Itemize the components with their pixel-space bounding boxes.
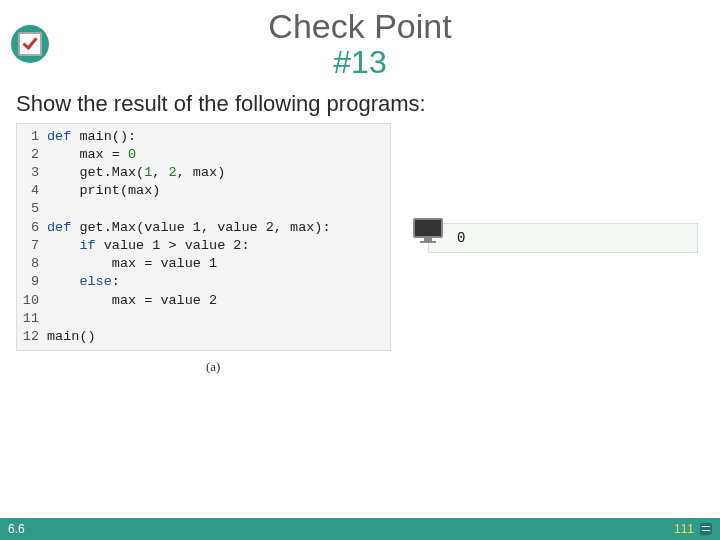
figure-label: (a) (206, 359, 720, 375)
code-block: 123456789101112 def main(): max = 0 get.… (16, 123, 391, 352)
section-number: 6.6 (8, 522, 25, 536)
output-panel: 0 (428, 223, 698, 253)
footer-menu-icon (700, 523, 712, 535)
footer-bar: 6.6 111 (0, 518, 720, 540)
monitor-icon (410, 218, 446, 254)
code-body: def main(): max = 0 get.Max(1, 2, max) p… (45, 124, 390, 351)
output-value: 0 (457, 230, 465, 246)
title-line1: Check Point (60, 8, 660, 45)
prompt-text: Show the result of the following program… (16, 91, 720, 117)
line-number-gutter: 123456789101112 (17, 124, 45, 351)
title-line2: #13 (60, 45, 660, 80)
checkpoint-logo (11, 25, 49, 63)
page-number: 111 (674, 522, 694, 536)
slide-title: Check Point #13 (60, 8, 660, 81)
